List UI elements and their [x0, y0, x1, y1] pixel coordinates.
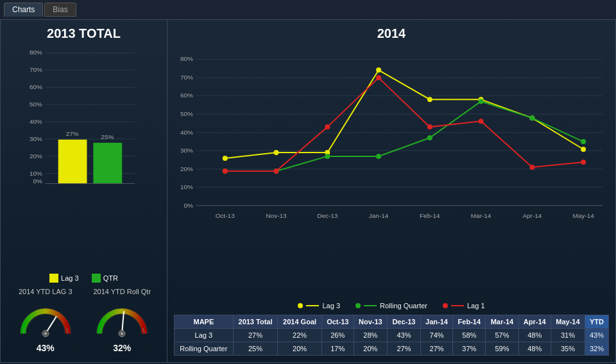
- col-mar14: Mar-14: [486, 315, 518, 329]
- svg-point-63: [581, 147, 586, 152]
- cell-lag3-mar: 57%: [486, 329, 518, 342]
- svg-point-57: [274, 150, 279, 155]
- col-oct13: Oct-13: [321, 315, 354, 329]
- svg-text:10%: 10%: [180, 183, 193, 190]
- svg-text:60%: 60%: [180, 92, 193, 99]
- cell-rolling-oct: 17%: [321, 342, 354, 356]
- svg-point-67: [376, 154, 381, 159]
- gauge-rollqtr-label: 2014 YTD Roll Qtr: [93, 288, 151, 295]
- svg-text:20%: 20%: [180, 165, 193, 172]
- cell-rolling-mar: 59%: [486, 342, 518, 356]
- col-mape: MAPE: [175, 315, 234, 329]
- tab-bar: Charts Bias: [0, 0, 616, 19]
- legend-lag1-line-bar: [451, 305, 464, 306]
- svg-text:Dec-13: Dec-13: [317, 212, 338, 219]
- main-content: 2013 TOTAL 80% 70% 60% 50% 40% 30%: [0, 19, 616, 363]
- cell-lag3-apr: 48%: [518, 329, 551, 342]
- gauge-rollqtr-svg: [93, 297, 151, 342]
- tab-charts[interactable]: Charts: [4, 3, 43, 17]
- svg-text:0%: 0%: [33, 178, 42, 185]
- cell-lag3-oct: 26%: [321, 329, 354, 342]
- svg-text:May-14: May-14: [572, 212, 594, 219]
- svg-text:70%: 70%: [30, 66, 42, 73]
- cell-lag3-feb: 58%: [453, 329, 486, 342]
- svg-text:50%: 50%: [180, 110, 193, 117]
- line-chart-area: 80% 70% 60% 50% 40% 30% 20% 10% 0%: [174, 46, 609, 299]
- tab-bias[interactable]: Bias: [44, 3, 76, 17]
- svg-point-66: [325, 154, 330, 159]
- gauge-rollqtr: 2014 YTD Roll Qtr: [93, 288, 151, 353]
- cell-rolling-2013: 25%: [233, 342, 278, 356]
- svg-text:10%: 10%: [30, 170, 42, 177]
- svg-point-75: [376, 75, 381, 80]
- legend-lag3: Lag 3: [49, 274, 79, 283]
- col-dec13: Dec-13: [388, 315, 421, 329]
- svg-point-79: [581, 160, 586, 165]
- cell-rolling-apr: 48%: [518, 342, 551, 356]
- svg-text:25%: 25%: [101, 133, 114, 140]
- gauge-rollqtr-value: 32%: [113, 343, 131, 353]
- svg-text:80%: 80%: [180, 55, 193, 62]
- bar-qtr: [93, 143, 122, 184]
- svg-text:27%: 27%: [66, 130, 79, 137]
- line-chart-svg: 80% 70% 60% 50% 40% 30% 20% 10% 0%: [174, 46, 609, 251]
- svg-point-60: [427, 97, 432, 102]
- table-row: Lag 3 27% 22% 26% 28% 43% 74% 58% 57% 48…: [175, 329, 609, 342]
- legend-rolling-text: Rolling Quarter: [380, 302, 427, 310]
- legend-qtr-box: [92, 274, 101, 283]
- cell-lag3-may: 31%: [551, 329, 585, 342]
- svg-point-22: [44, 333, 47, 335]
- svg-point-72: [223, 169, 228, 174]
- col-2014goal: 2014 Goal: [278, 315, 322, 329]
- cell-rolling-mape: Rolling Quarter: [175, 342, 234, 356]
- left-panel: 2013 TOTAL 80% 70% 60% 50% 40% 30%: [1, 20, 167, 362]
- svg-text:0%: 0%: [184, 202, 193, 209]
- cell-rolling-ytd: 32%: [585, 342, 608, 356]
- cell-lag3-nov: 28%: [354, 329, 387, 342]
- left-title: 2013 TOTAL: [7, 26, 160, 41]
- svg-text:Feb-14: Feb-14: [420, 212, 440, 219]
- table-header-row: MAPE 2013 Total 2014 Goal Oct-13 Nov-13 …: [175, 315, 609, 329]
- svg-point-59: [376, 67, 381, 72]
- legend-lag3-label: Lag 3: [61, 274, 79, 282]
- bar-chart-area: 80% 70% 60% 50% 40% 30% 20% 10% 0% 27% 2…: [7, 46, 160, 270]
- bar-legend: Lag 3 QTR: [7, 274, 160, 283]
- line-lag1: [225, 78, 583, 171]
- svg-point-27: [121, 333, 123, 335]
- cell-rolling-may: 35%: [551, 342, 585, 356]
- svg-point-70: [529, 115, 535, 120]
- cell-rolling-dec: 27%: [388, 342, 421, 356]
- legend-lag1-line: Lag 1: [443, 302, 485, 310]
- cell-lag3-ytd: 43%: [585, 329, 608, 342]
- legend-rolling-dot: [355, 303, 361, 308]
- cell-rolling-jan: 27%: [420, 342, 452, 356]
- right-panel: 2014 80% 70% 60% 50% 40% 30% 20%: [167, 20, 615, 362]
- cell-lag3-jan: 74%: [420, 329, 452, 342]
- col-apr14: Apr-14: [518, 315, 551, 329]
- gauge-lag3-label: 2014 YTD LAG 3: [19, 288, 73, 295]
- legend-rolling-line: Rolling Quarter: [355, 302, 427, 310]
- svg-text:20%: 20%: [30, 153, 42, 160]
- svg-text:Nov-13: Nov-13: [266, 212, 287, 219]
- legend-rolling-line-bar: [364, 305, 377, 306]
- cell-rolling-goal: 20%: [278, 342, 322, 356]
- legend-lag1-dot: [443, 303, 448, 308]
- svg-point-68: [427, 135, 432, 140]
- svg-point-78: [529, 165, 535, 170]
- col-nov13: Nov-13: [354, 315, 387, 329]
- legend-qtr-label: QTR: [103, 274, 118, 282]
- data-table: MAPE 2013 Total 2014 Goal Oct-13 Nov-13 …: [174, 315, 609, 356]
- legend-lag3-text: Lag 3: [322, 302, 340, 310]
- svg-text:80%: 80%: [30, 49, 42, 56]
- bar-chart-svg: 80% 70% 60% 50% 40% 30% 20% 10% 0% 27% 2…: [20, 46, 148, 187]
- cell-lag3-goal: 22%: [278, 329, 322, 342]
- svg-point-56: [223, 156, 228, 161]
- svg-point-74: [325, 124, 330, 129]
- bar-lag3: [58, 140, 87, 184]
- cell-lag3-mape: Lag 3: [175, 329, 234, 342]
- svg-point-76: [427, 124, 432, 129]
- cell-lag3-dec: 43%: [388, 329, 421, 342]
- right-title: 2014: [174, 26, 609, 41]
- cell-lag3-2013: 27%: [233, 329, 278, 342]
- svg-text:30%: 30%: [30, 135, 42, 142]
